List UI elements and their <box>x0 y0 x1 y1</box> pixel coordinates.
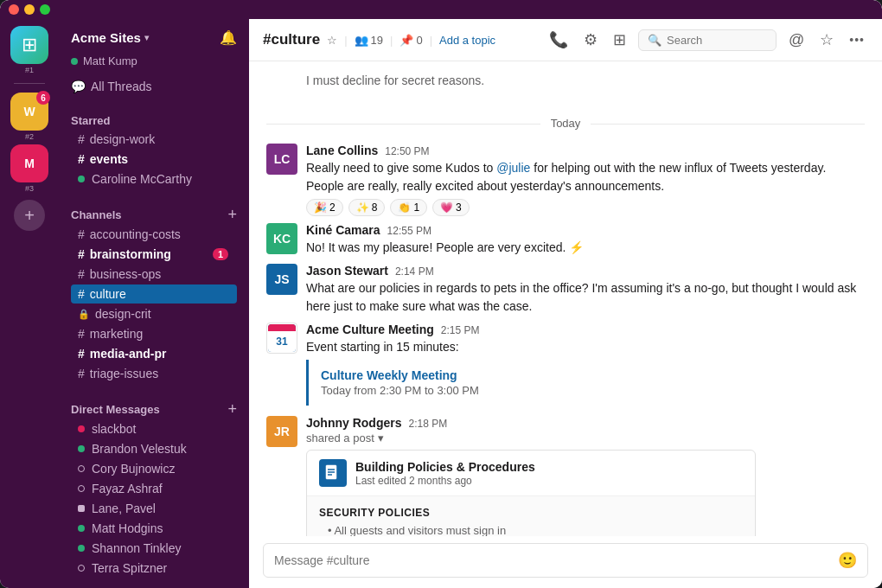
dm-status-dot <box>78 425 85 432</box>
sidebar-item-design-crit[interactable]: 🔒 design-crit <box>71 304 237 323</box>
minimize-button[interactable] <box>24 4 35 15</box>
add-topic-button[interactable]: Add a topic <box>439 34 495 47</box>
message-input-box: 🙂 <box>263 543 868 578</box>
close-button[interactable] <box>9 4 19 15</box>
add-dm-button[interactable]: + <box>227 401 237 417</box>
workspace-name[interactable]: Acme Sites ▾ <box>71 30 149 45</box>
sidebar-item-lane[interactable]: Lane, Pavel <box>71 499 237 518</box>
star-icon[interactable]: ☆ <box>327 34 337 47</box>
date-divider: Today <box>249 106 882 140</box>
shared-post-label: shared a post ▾ <box>306 431 865 444</box>
settings-icon[interactable]: ⚙ <box>580 27 601 53</box>
workspace-chevron-icon: ▾ <box>144 33 149 42</box>
sidebar-item-fayaz[interactable]: Fayaz Ashraf <box>71 479 237 498</box>
add-workspace-button[interactable]: + <box>14 200 45 231</box>
workspace-icon-2[interactable]: W 6 <box>10 93 48 131</box>
reaction-sparkles[interactable]: ✨8 <box>348 199 386 216</box>
sidebar-item-shannon[interactable]: Shannon Tinkley <box>71 539 237 558</box>
channels-section: Channels + # accounting-costs # brainsto… <box>59 193 249 387</box>
message-input[interactable] <box>274 553 831 567</box>
sidebar-item-events[interactable]: # events <box>71 150 237 169</box>
shared-post-header: Building Policies & Procedures Last edit… <box>307 451 755 496</box>
message-lane-collins: LC Lane Collins 12:50 PM Really need to … <box>249 140 882 220</box>
calendar-avatar: 31 <box>266 323 297 354</box>
sidebar-item-brandon[interactable]: Brandon Velestuk <box>71 439 237 458</box>
bookmark-icon[interactable]: ☆ <box>816 27 837 53</box>
workspace-icon-1[interactable]: ⊞ <box>10 26 48 64</box>
dm-status-dot <box>78 465 85 472</box>
reaction-party[interactable]: 🎉2 <box>306 199 343 216</box>
workspace-label-3: #3 <box>25 184 34 193</box>
hash-icon: # <box>78 247 85 261</box>
dm-status-dot <box>78 505 85 512</box>
sidebar-item-terra[interactable]: Terra Spitzner <box>71 559 237 578</box>
all-threads-button[interactable]: 💬 All Threads <box>59 76 249 100</box>
sidebar-item-accounting-costs[interactable]: # accounting-costs <box>71 225 237 244</box>
sidebar-item-culture[interactable]: # culture <box>71 284 237 304</box>
member-count[interactable]: 👥 19 <box>355 34 383 47</box>
message-author[interactable]: Kiné Camara <box>306 223 380 237</box>
phone-icon[interactable]: 📞 <box>546 27 572 53</box>
sidebar-item-design-work[interactable]: # design-work <box>71 130 237 149</box>
security-section-title: SECURITY POLICIES <box>319 507 743 519</box>
sidebar-item-media-and-pr[interactable]: # media-and-pr <box>71 344 237 363</box>
shared-post-card[interactable]: Building Policies & Procedures Last edit… <box>306 450 756 536</box>
message-time: 2:18 PM <box>408 418 447 430</box>
emoji-button[interactable]: 🙂 <box>838 551 857 570</box>
app-icon-sidebar: ⊞ #1 W 6 #2 M #3 + <box>0 19 59 588</box>
mention-link[interactable]: @julie <box>496 161 530 175</box>
doc-info: Building Policies & Procedures Last edit… <box>355 460 743 487</box>
channel-title: #culture <box>263 31 320 48</box>
hash-icon: # <box>78 287 85 301</box>
message-author[interactable]: Johnny Rodgers <box>306 416 401 430</box>
avatar: KC <box>266 223 297 254</box>
maximize-button[interactable] <box>40 4 50 15</box>
message-time: 12:50 PM <box>385 145 429 157</box>
sidebar-item-matt[interactable]: Matt Hodgins <box>71 519 237 538</box>
search-input[interactable] <box>667 34 767 47</box>
reactions: 🎉2 ✨8 👏1 💗3 <box>306 199 865 216</box>
search-box[interactable]: 🔍 <box>638 29 777 51</box>
avatar: LC <box>266 144 297 175</box>
dm-status-dot <box>78 445 85 452</box>
message-kine-camara: KC Kiné Camara 12:55 PM No! It was my pl… <box>249 220 882 260</box>
members-icon: 👥 <box>355 34 368 47</box>
hash-icon: # <box>78 132 85 146</box>
layout-icon[interactable]: ⊞ <box>610 27 630 53</box>
sidebar-item-business-ops[interactable]: # business-ops <box>71 265 237 284</box>
reaction-heart[interactable]: 💗3 <box>432 199 470 216</box>
sidebar-item-marketing[interactable]: # marketing <box>71 324 237 343</box>
sidebar-item-cory[interactable]: Cory Bujnowicz <box>71 459 237 478</box>
system-message-text: I must decline for secret reasons. <box>306 74 484 87</box>
workspace-sidebar: Acme Sites ▾ 🔔 Matt Kump 💬 All Threads S… <box>59 19 249 588</box>
message-author[interactable]: Lane Collins <box>306 144 378 157</box>
add-channel-button[interactable]: + <box>227 207 237 222</box>
workspace-label-2: #2 <box>25 132 34 141</box>
message-author[interactable]: Jason Stewart <box>306 264 388 278</box>
header-actions: 📞 ⚙ ⊞ 🔍 @ ☆ ••• <box>546 27 868 53</box>
sidebar-item-caroline[interactable]: Caroline McCarthy <box>71 169 237 189</box>
more-icon[interactable]: ••• <box>846 29 868 50</box>
message-input-area: 🙂 <box>249 536 882 588</box>
message-content: Lane Collins 12:50 PM Really need to giv… <box>306 144 865 216</box>
dm-status-dot <box>78 525 85 532</box>
pin-icon: 📌 <box>399 34 413 47</box>
dm-status-dot <box>78 565 85 572</box>
event-title[interactable]: Culture Weekly Meeting <box>321 368 853 382</box>
avatar: JR <box>266 416 297 447</box>
notification-bell-icon[interactable]: 🔔 <box>220 29 237 46</box>
workspace-icon-3[interactable]: M <box>10 144 48 182</box>
event-content: Acme Culture Meeting 2:15 PM Event start… <box>306 323 865 409</box>
message-event: 31 Acme Culture Meeting 2:15 PM Event st… <box>249 319 882 412</box>
doc-title[interactable]: Building Policies & Procedures <box>355 460 743 474</box>
sidebar-item-brainstorming[interactable]: # brainstorming 1 <box>71 245 237 264</box>
event-author[interactable]: Acme Culture Meeting <box>306 323 434 336</box>
message-time: 12:55 PM <box>387 225 431 237</box>
pin-count[interactable]: 📌 0 <box>399 34 422 47</box>
at-icon[interactable]: @ <box>785 28 808 53</box>
sidebar-item-slackbot[interactable]: slackbot <box>71 419 237 438</box>
hash-icon: # <box>78 152 85 166</box>
sidebar-item-triage-issues[interactable]: # triage-issues <box>71 364 237 383</box>
reaction-clap[interactable]: 👏1 <box>390 199 427 216</box>
message-johnny-rodgers: JR Johnny Rodgers 2:18 PM shared a post … <box>249 412 882 536</box>
